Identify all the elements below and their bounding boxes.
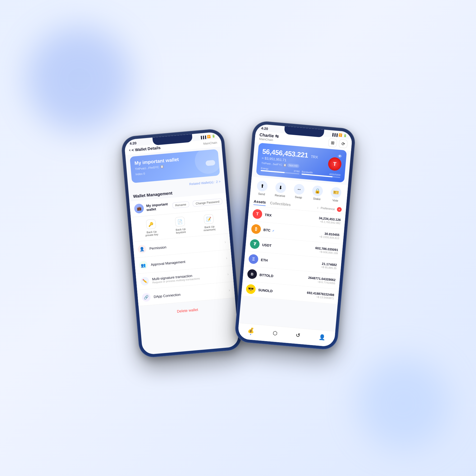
bg-blob-2 — [357, 357, 450, 450]
wallet-name-label: My important wallet — [146, 202, 169, 212]
nav-assets[interactable]: 💰 — [247, 327, 255, 335]
permission-icon: 👤 — [138, 245, 147, 254]
backup-keystore-label: Back Upkeystore — [176, 227, 186, 234]
stake-action[interactable]: 🔒 Stake — [312, 185, 323, 201]
sort-icon: ↕ — [317, 206, 319, 209]
left-time: 4:20 — [130, 141, 137, 145]
left-status-icons: ▐▐▐ 🛜 🔋 — [200, 134, 216, 139]
nav-discover-icon: ⬡ — [272, 330, 277, 336]
eth-amounts: 21.174682 ≈$ 85,885.35 — [321, 262, 337, 270]
scan-icon: ⟳ — [341, 141, 345, 147]
usdt-name: USDT — [262, 243, 272, 248]
receive-icon: ⬇ — [275, 182, 286, 193]
sun-name: SUNOLD — [258, 288, 273, 293]
multisig-text: Multi-signature transaction Request or p… — [152, 271, 225, 284]
usdt-icon: ₮ — [250, 239, 260, 249]
dapp-icon: 🔗 — [142, 293, 151, 302]
approval-title: Approval Management — [151, 256, 223, 267]
chain-badge: MainChain — [203, 141, 217, 145]
tab-collectibles[interactable]: Collectibles — [270, 201, 291, 208]
backup-private-key[interactable]: 🔑 Back Upprivate key — [144, 219, 158, 237]
backup-keystore[interactable]: 📄 Back Upkeystore — [175, 217, 186, 234]
backup-mnemonic[interactable]: 📝 Back Upmnemonic — [202, 214, 216, 232]
send-action[interactable]: ⬆ Send — [256, 180, 268, 196]
header-actions: ⊞ ⟳ — [328, 138, 348, 148]
usdt-amounts: 602,786.035091 ≈$ 606,000.199 — [315, 246, 338, 254]
right-time: 4:20 — [261, 126, 268, 131]
dapp-chevron: › — [228, 288, 230, 292]
backup-key-label: Back Upprivate key — [145, 230, 158, 237]
backup-mnemonic-label: Back Upmnemonic — [203, 225, 216, 232]
receive-action-btn[interactable]: ⊞ — [328, 138, 337, 148]
receive-label: Receive — [274, 194, 285, 198]
backup-mnemonic-icon: 📝 — [204, 214, 214, 224]
receive-icon: ⊞ — [331, 140, 335, 145]
nav-history[interactable]: ↺ — [295, 332, 300, 338]
header-title: < Wallet Details — [131, 145, 161, 152]
trx-icon: T — [252, 209, 263, 219]
permission-chevron: › — [225, 240, 226, 244]
nav-assets-icon: 💰 — [247, 327, 254, 333]
change-password-button[interactable]: Change Password — [193, 198, 222, 207]
wallet-card: My important wallet THPvaU...Fhn5YC 📋 In… — [130, 149, 220, 183]
trx-amounts: 34,234,453.126 ≈$ 2,760,842.982 — [318, 216, 341, 225]
copy-icon[interactable]: 📋 — [160, 165, 164, 168]
multisig-icon: ✏️ — [140, 277, 149, 286]
left-phone: 4:20 ▐▐▐ 🛜 🔋 ‹ < Wallet Details MainChai… — [121, 128, 243, 359]
energy-label: Energy — [261, 167, 268, 170]
vote-icon: 🎫 — [330, 187, 342, 198]
nav-profile[interactable]: 👤 — [318, 334, 326, 341]
btc-amounts: 30.810455 ≈$ 1555,934.813 — [319, 231, 340, 240]
bg-blob-1 — [26, 26, 132, 132]
nav-discover[interactable]: ⬡ — [272, 330, 277, 336]
left-phone-screen: 4:20 ▐▐▐ 🛜 🔋 ‹ < Wallet Details MainChai… — [124, 132, 239, 355]
wallet-avatar: 💼 — [134, 203, 144, 214]
trx-name: TRX — [265, 213, 272, 217]
preference-label: Preference — [321, 206, 335, 211]
signal-icon: ▐▐▐ — [200, 135, 206, 139]
approval-chevron: › — [226, 256, 227, 260]
eth-name: ETH — [261, 258, 268, 262]
approval-text: Approval Management — [151, 256, 223, 267]
vote-action[interactable]: 🎫 Vote — [330, 187, 342, 202]
multisig-chevron: › — [227, 272, 229, 276]
approval-icon: 👥 — [139, 260, 148, 270]
wallet-toggle[interactable] — [205, 160, 216, 166]
non-hd-badge: Non-HD — [287, 163, 300, 168]
swap-icon: ↔ — [293, 184, 305, 195]
bottom-nav: 💰 ⬡ ↺ 👤 — [237, 323, 335, 347]
btc-name: BTC ✓ — [263, 228, 274, 233]
phones-container: 4:20 ▐▐▐ 🛜 🔋 ‹ < Wallet Details MainChai… — [130, 127, 346, 349]
btc-icon: ₿ — [251, 224, 261, 234]
scan-action-btn[interactable]: ⟳ — [338, 139, 348, 148]
preference-button[interactable]: ↕ Preference + — [317, 205, 342, 212]
tab-assets[interactable]: Assets — [253, 199, 266, 206]
dapp-text: DApp Connection — [153, 289, 226, 299]
btt-amounts: 2648771.04328662 ≈$ 6.77419355 — [308, 276, 336, 285]
rename-button[interactable]: Rename — [172, 201, 189, 208]
stake-icon: 🔒 — [312, 185, 323, 196]
addr-copy-icon[interactable]: 📋 — [283, 163, 287, 167]
nav-history-icon: ↺ — [295, 332, 300, 338]
r-battery-icon: 🔋 — [343, 134, 347, 138]
backup-key-icon: 🔑 — [146, 219, 156, 229]
sun-amounts: 692.418878222498 ≈$ 13.5483871 — [306, 291, 334, 300]
swap-action[interactable]: ↔ Swap — [293, 184, 305, 199]
r-signal-icon: ▐▐▐ — [331, 133, 338, 136]
receive-action[interactable]: ⬇ Receive — [274, 182, 286, 198]
permission-text: Permission — [149, 240, 222, 250]
send-icon: ⬆ — [257, 180, 268, 192]
right-phone: 4:20 ▐▐▐ 🛜 🔋 Charlie ⇆ MainChain ⊞ — [234, 120, 356, 351]
add-asset-button[interactable]: + — [337, 207, 342, 212]
battery-icon: 🔋 — [212, 134, 216, 138]
send-label: Send — [258, 192, 265, 196]
energy-item: Energy 37/60 — [261, 167, 300, 175]
dapp-title: DApp Connection — [153, 289, 226, 299]
balance-ticker: TRX — [311, 154, 318, 159]
swap-label: Swap — [295, 195, 302, 199]
back-icon: ‹ — [129, 148, 131, 152]
permission-title: Permission — [149, 240, 222, 250]
btt-icon: B — [247, 269, 257, 279]
user-info: Charlie ⇆ MainChain — [259, 132, 279, 142]
btt-name: BTTOLD — [259, 273, 274, 278]
